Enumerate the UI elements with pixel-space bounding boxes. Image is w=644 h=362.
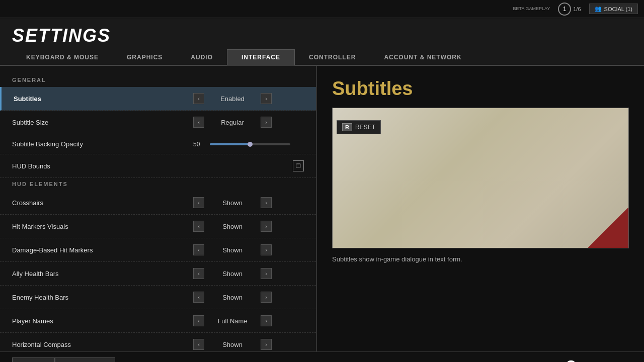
slider-value: 50 — [193, 141, 206, 148]
detail-description: Subtitles show in-game dialogue in text … — [332, 254, 629, 264]
detail-preview: R RESET — [332, 108, 629, 248]
setting-enemy-health[interactable]: Enemy Health Bars ‹ Shown › — [0, 286, 316, 309]
section-general-label: GENERAL — [0, 74, 316, 87]
horizontal-compass-prev[interactable]: ‹ — [193, 339, 204, 350]
enemy-health-value: Shown — [207, 294, 258, 301]
tab-keyboard[interactable]: KEYBOARD & MOUSE — [12, 49, 113, 65]
subtitle-size-prev[interactable]: ‹ — [193, 117, 204, 128]
setting-horizontal-compass-control: ‹ Shown › — [193, 339, 304, 350]
setting-hit-markers-control: ‹ Shown › — [193, 221, 304, 232]
setting-crosshairs-name: Crosshairs — [12, 199, 43, 207]
setting-subtitles-name: Subtitles — [14, 95, 41, 103]
bottom-bar: ‹ BACK | RESET TAB 💬 Crossplay enabled. — [0, 351, 644, 362]
setting-subtitle-size[interactable]: Subtitle Size ‹ Regular › — [0, 111, 316, 134]
damage-hit-markers-next[interactable]: › — [261, 244, 272, 255]
setting-subtitle-size-control: ‹ Regular › — [193, 117, 304, 128]
section-hud-label: HUD ELEMENTS — [0, 178, 316, 191]
hit-markers-prev[interactable]: ‹ — [193, 221, 204, 232]
crosshairs-prev[interactable]: ‹ — [193, 197, 204, 208]
bottom-right-status: 💬 Crossplay enabled. — [566, 359, 632, 362]
enemy-health-prev[interactable]: ‹ — [193, 292, 204, 303]
reset-key: R — [342, 123, 352, 131]
ally-health-next[interactable]: › — [261, 268, 272, 279]
hit-markers-next[interactable]: › — [261, 221, 272, 232]
external-link-icon[interactable]: ❐ — [293, 160, 304, 171]
back-button[interactable]: ‹ BACK — [12, 357, 55, 363]
setting-horizontal-compass[interactable]: Horizontal Compass ‹ Shown › — [0, 333, 316, 351]
subtitles-next[interactable]: › — [261, 93, 272, 104]
enemy-health-next[interactable]: › — [261, 292, 272, 303]
setting-hud-bounds[interactable]: HUD Bounds ❐ — [0, 154, 316, 178]
setting-subtitle-size-name: Subtitle Size — [12, 119, 48, 126]
setting-subtitle-backing-name: Subtitle Backing Opacity — [12, 140, 83, 148]
setting-player-names-name: Player Names — [12, 317, 53, 325]
top-bar: BETA GAMEPLAY 1 1/6 👥 SOCIAL (1) — [0, 0, 644, 18]
social-icon: 👥 — [595, 6, 602, 12]
tab-audio[interactable]: AUDIO — [177, 49, 227, 65]
setting-player-names-control: ‹ Full Name › — [193, 315, 304, 326]
top-bar-right: BETA GAMEPLAY 1 1/6 👥 SOCIAL (1) — [513, 3, 638, 16]
setting-ally-health-control: ‹ Shown › — [193, 268, 304, 279]
damage-hit-markers-value: Shown — [207, 246, 258, 254]
setting-subtitles[interactable]: Subtitles ‹ Enabled › — [0, 87, 316, 111]
crosshairs-next[interactable]: › — [261, 197, 272, 208]
right-panel: Subtitles R RESET Subtitles show in-game… — [317, 66, 644, 351]
slider-thumb[interactable] — [248, 142, 253, 147]
player-info: 1 1/6 — [558, 3, 581, 16]
ally-health-prev[interactable]: ‹ — [193, 268, 204, 279]
slider-container: 50 — [193, 141, 304, 148]
crosshairs-value: Shown — [207, 199, 258, 207]
tab-interface[interactable]: INTERFACE — [227, 49, 295, 66]
reset-label[interactable]: RESET — [355, 124, 375, 131]
crossplay-icon: 💬 — [566, 359, 576, 362]
tab-graphics[interactable]: GRAPHICS — [113, 49, 177, 65]
left-panel: GENERAL Subtitles ‹ Enabled › Subtitle S… — [0, 66, 317, 351]
bottom-left-buttons: ‹ BACK | RESET TAB — [12, 357, 115, 363]
player-names-next[interactable]: › — [261, 315, 272, 326]
subtitle-size-next[interactable]: › — [261, 117, 272, 128]
nav-tabs: KEYBOARD & MOUSE GRAPHICS AUDIO INTERFAC… — [0, 49, 644, 66]
header: SETTINGS — [0, 18, 644, 49]
preview-corner-decoration — [588, 208, 628, 248]
player-names-prev[interactable]: ‹ — [193, 315, 204, 326]
horizontal-compass-next[interactable]: › — [261, 339, 272, 350]
tab-account[interactable]: ACCOUNT & NETWORK — [370, 49, 475, 65]
setting-horizontal-compass-name: Horizontal Compass — [12, 341, 71, 348]
setting-hit-markers-name: Hit Markers Visuals — [12, 223, 68, 230]
social-label: SOCIAL (1) — [604, 6, 632, 12]
setting-player-names[interactable]: Player Names ‹ Full Name › — [0, 309, 316, 333]
setting-subtitle-backing[interactable]: Subtitle Backing Opacity 50 — [0, 134, 316, 154]
damage-hit-markers-prev[interactable]: ‹ — [193, 244, 204, 255]
social-button[interactable]: 👥 SOCIAL (1) — [589, 4, 638, 14]
setting-crosshairs-control: ‹ Shown › — [193, 197, 304, 208]
hit-markers-value: Shown — [207, 223, 258, 230]
subtitles-prev[interactable]: ‹ — [193, 93, 204, 104]
setting-damage-hit-markers[interactable]: Damage-Based Hit Markers ‹ Shown › — [0, 238, 316, 262]
beta-tag: BETA GAMEPLAY — [513, 6, 550, 12]
setting-ally-health-name: Ally Health Bars — [12, 270, 58, 278]
setting-hud-bounds-name: HUD Bounds — [12, 162, 50, 170]
reset-tab-button[interactable]: | RESET TAB — [55, 357, 115, 363]
detail-title: Subtitles — [332, 78, 629, 100]
player-badge: 1 — [558, 3, 571, 16]
setting-damage-hit-markers-name: Damage-Based Hit Markers — [12, 246, 93, 254]
subtitles-value: Enabled — [207, 95, 258, 103]
page-title: SETTINGS — [12, 25, 632, 46]
ally-health-value: Shown — [207, 270, 258, 278]
players-count: 1/6 — [573, 6, 581, 12]
setting-crosshairs[interactable]: Crosshairs ‹ Shown › — [0, 191, 316, 215]
slider-track[interactable] — [210, 143, 290, 145]
setting-ally-health[interactable]: Ally Health Bars ‹ Shown › — [0, 262, 316, 286]
tab-controller[interactable]: CONTROLLER — [295, 49, 370, 65]
setting-enemy-health-name: Enemy Health Bars — [12, 294, 68, 301]
player-names-value: Full Name — [207, 317, 258, 325]
setting-subtitles-control: ‹ Enabled › — [193, 93, 304, 104]
horizontal-compass-value: Shown — [207, 341, 258, 348]
slider-fill — [210, 143, 250, 145]
reset-tooltip: R RESET — [337, 120, 381, 134]
setting-hit-markers[interactable]: Hit Markers Visuals ‹ Shown › — [0, 215, 316, 238]
subtitle-size-value: Regular — [207, 119, 258, 126]
preview-inner: R RESET — [333, 108, 628, 248]
main-content: GENERAL Subtitles ‹ Enabled › Subtitle S… — [0, 66, 644, 351]
setting-enemy-health-control: ‹ Shown › — [193, 292, 304, 303]
